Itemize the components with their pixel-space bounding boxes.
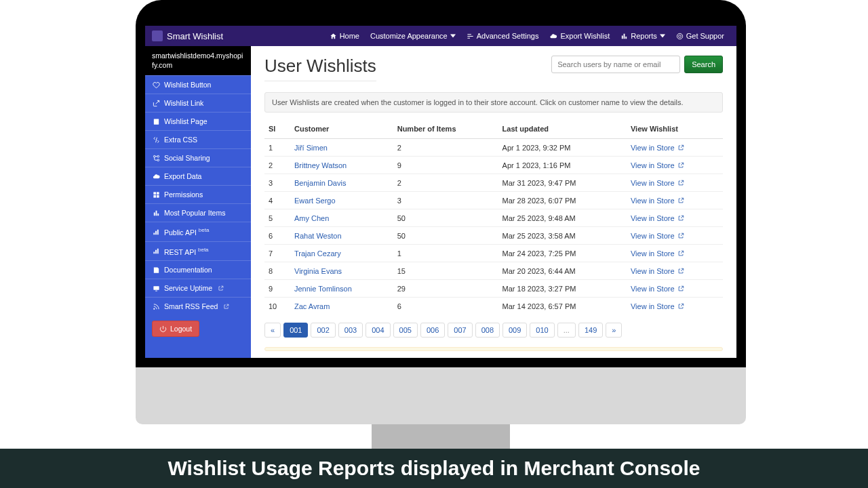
cell-updated: Mar 24 2023, 7:25 PM	[498, 245, 627, 262]
customer-link[interactable]: Brittney Watson	[294, 161, 347, 169]
col-view: View Wishlist	[627, 119, 723, 139]
view-in-store-link[interactable]: View in Store	[631, 179, 684, 187]
info-banner: User Wishlists are created when the cust…	[264, 92, 723, 113]
sidebar-item-wishlist-button[interactable]: Wishlist Button	[145, 75, 251, 94]
view-in-store-link[interactable]: View in Store	[631, 249, 684, 258]
svg-rect-8	[153, 195, 156, 198]
pagination-page[interactable]: 006	[420, 323, 445, 338]
customer-link[interactable]: Jennie Tomlinson	[294, 285, 352, 293]
pagination-page[interactable]: 005	[393, 323, 418, 338]
pagination-page[interactable]: 002	[311, 323, 335, 338]
view-in-store-link[interactable]: View in Store	[631, 232, 684, 240]
cell-items: 2	[393, 174, 498, 192]
bar-chart-icon	[620, 33, 628, 40]
nav-reports-label: Reports	[631, 32, 657, 40]
sidebar-item-rest-api[interactable]: REST API beta	[145, 241, 251, 261]
search-button[interactable]: Search	[684, 56, 723, 73]
pagination: «001002003004005006007008009010...149»	[264, 323, 723, 338]
external-link-icon	[677, 197, 684, 204]
sidebar-item-wishlist-link[interactable]: Wishlist Link	[145, 94, 251, 112]
pagination-page[interactable]: 010	[530, 323, 554, 338]
table-row: 5Amy Chen50Mar 25 2023, 9:48 AMView in S…	[264, 209, 723, 227]
customer-link[interactable]: Ewart Sergo	[294, 197, 336, 205]
power-icon	[159, 325, 167, 333]
sidebar-item-social-sharing[interactable]: Social Sharing	[145, 148, 251, 167]
sidebar-item-icon	[152, 191, 160, 199]
view-in-store-link[interactable]: View in Store	[631, 144, 684, 152]
cell-items: 29	[393, 280, 498, 298]
view-in-store-link[interactable]: View in Store	[631, 214, 684, 222]
cell-sl: 7	[264, 245, 290, 262]
pagination-page[interactable]: 004	[366, 323, 390, 338]
pagination-page[interactable]: «	[264, 323, 281, 338]
sidebar-item-public-api[interactable]: Public API beta	[145, 222, 251, 241]
cell-updated: Mar 18 2023, 3:27 PM	[498, 280, 627, 298]
brand-name: Smart Wishlist	[167, 31, 223, 41]
cell-sl: 4	[264, 192, 290, 209]
logout-button[interactable]: Logout	[152, 321, 199, 337]
sidebar-item-most-popular-items[interactable]: Most Popular Items	[145, 203, 251, 222]
table-row: 1Jiří Simen2Apr 1 2023, 9:32 PMView in S…	[264, 139, 723, 157]
sidebar-item-service-uptime[interactable]: Service Uptime	[145, 279, 251, 297]
nav-reports[interactable]: Reports	[615, 32, 671, 40]
table-row: 7Trajan Cezary1Mar 24 2023, 7:25 PMView …	[264, 245, 723, 262]
col-items: Number of Items	[393, 119, 498, 139]
customer-link[interactable]: Jiří Simen	[294, 144, 328, 152]
nav-get-support[interactable]: Get Suppor	[671, 32, 730, 40]
svg-point-5	[157, 155, 159, 157]
sidebar-item-permissions[interactable]: Permissions	[145, 185, 251, 203]
wishlist-table: Sl Customer Number of Items Last updated…	[264, 119, 723, 314]
home-icon	[330, 33, 337, 40]
pagination-page[interactable]: 149	[578, 323, 603, 338]
nav-export-wishlist[interactable]: Export Wishlist	[544, 32, 615, 40]
sidebar-item-wishlist-page[interactable]: Wishlist Page	[145, 112, 251, 130]
pagination-page[interactable]: 003	[338, 323, 363, 338]
pagination-page[interactable]: »	[606, 323, 622, 338]
sidebar-item-smart-rss-feed[interactable]: Smart RSS Feed	[145, 297, 251, 315]
pagination-page[interactable]: 009	[502, 323, 527, 338]
search-input[interactable]	[551, 56, 680, 73]
cell-items: 50	[393, 209, 498, 227]
table-row: 8Virginia Evans15Mar 20 2023, 6:44 AMVie…	[264, 262, 723, 280]
external-link-icon	[677, 215, 684, 222]
table-row: 4Ewart Sergo3Mar 28 2023, 6:07 PMView in…	[264, 192, 723, 209]
customer-link[interactable]: Trajan Cezary	[294, 249, 341, 258]
monitor-neck	[372, 424, 510, 449]
sidebar-item-label: Most Popular Items	[164, 209, 225, 217]
customer-link[interactable]: Zac Avram	[294, 302, 330, 310]
sidebar-item-documentation[interactable]: Documentation	[145, 260, 251, 279]
view-in-store-link[interactable]: View in Store	[631, 302, 684, 310]
sidebar-item-export-data[interactable]: Export Data	[145, 167, 251, 185]
cell-updated: Mar 25 2023, 9:48 AM	[498, 209, 627, 227]
customer-link[interactable]: Benjamin Davis	[294, 179, 346, 187]
store-domain: smartwishlistdemo4.myshopify.com	[145, 46, 251, 75]
external-link-icon	[677, 180, 684, 186]
sidebar-item-label: Permissions	[164, 190, 203, 199]
sidebar-item-icon	[152, 247, 160, 255]
sidebar-item-icon	[152, 81, 160, 89]
sidebar-item-icon	[152, 266, 160, 274]
sidebar-item-label: REST API beta	[164, 247, 209, 256]
table-row: 6Rahat Weston50Mar 25 2023, 3:58 AMView …	[264, 227, 723, 245]
nav-customize-appearance[interactable]: Customize Appearance	[365, 32, 461, 40]
view-in-store-link[interactable]: View in Store	[631, 197, 684, 205]
pagination-page[interactable]: 007	[448, 323, 472, 338]
topbar: Smart Wishlist Home Customize Appearance…	[145, 26, 736, 46]
sidebar-item-extra-css[interactable]: Extra CSS	[145, 130, 251, 148]
nav-advanced-settings[interactable]: Advanced Settings	[461, 32, 545, 40]
brand-logo-icon	[152, 30, 163, 41]
customer-link[interactable]: Rahat Weston	[294, 232, 342, 240]
view-in-store-link[interactable]: View in Store	[631, 267, 684, 275]
view-in-store-link[interactable]: View in Store	[631, 161, 684, 169]
sidebar-item-label: Wishlist Page	[164, 117, 208, 125]
life-ring-icon	[676, 33, 684, 40]
view-in-store-link[interactable]: View in Store	[631, 285, 684, 293]
nav-home[interactable]: Home	[324, 32, 365, 40]
cell-items: 9	[393, 157, 498, 174]
customer-link[interactable]: Amy Chen	[294, 214, 329, 222]
cell-sl: 5	[264, 209, 290, 227]
pagination-page[interactable]: 001	[283, 323, 308, 338]
pagination-page[interactable]: 008	[475, 323, 500, 338]
sidebar-item-label: Extra CSS	[164, 136, 197, 144]
customer-link[interactable]: Virginia Evans	[294, 267, 342, 275]
